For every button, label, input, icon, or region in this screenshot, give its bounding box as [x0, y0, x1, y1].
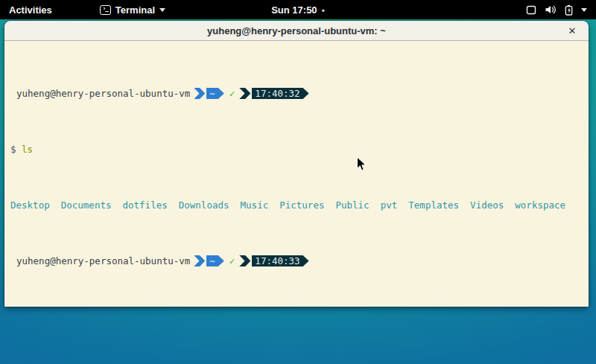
- prompt-time: 17:40:33: [252, 255, 302, 266]
- window-titlebar[interactable]: yuheng@henry-personal-ubuntu-vm: ~ ✕: [4, 21, 589, 41]
- chevron-down-icon: [581, 8, 587, 12]
- top-bar-left: Activities ›_ Terminal: [0, 0, 173, 19]
- prompt-symbol: $: [10, 144, 16, 155]
- clock-button[interactable]: Sun 17:50: [271, 4, 317, 16]
- powerline-arrow-icon: [194, 255, 205, 266]
- powerline-prompt: ~ ✓ 17:40:32: [194, 88, 308, 99]
- app-menu-terminal[interactable]: ›_ Terminal: [92, 0, 173, 19]
- app-menu-label: Terminal: [115, 4, 155, 16]
- powerline-tip-icon: [303, 255, 309, 266]
- battery-charging-icon: [565, 4, 573, 16]
- volume-icon: [545, 4, 557, 15]
- command-line: $ ls: [10, 144, 589, 155]
- window-title: yuheng@henry-personal-ubuntu-vm: ~: [207, 25, 386, 36]
- powerline-tip-icon: [218, 88, 224, 99]
- powerline-arrow-icon: [194, 88, 205, 99]
- activities-label: Activities: [9, 4, 52, 16]
- powerline-prompt: ~ ✓ 17:40:33: [194, 255, 308, 266]
- status-check-icon: ✓: [229, 88, 235, 99]
- powerline-tip-icon: [218, 255, 224, 266]
- prompt-cwd: ~: [206, 255, 218, 266]
- screen-icon: [526, 5, 536, 15]
- powerline-arrow-icon: [239, 88, 250, 99]
- prompt-cwd: ~: [206, 88, 218, 99]
- powerline-arrow-icon: [239, 255, 250, 266]
- terminal-window: yuheng@henry-personal-ubuntu-vm: ~ ✕ yuh…: [4, 21, 589, 307]
- activities-button[interactable]: Activities: [0, 0, 61, 19]
- chevron-down-icon: [159, 8, 165, 12]
- command-text: ls: [22, 144, 33, 155]
- system-status-menu[interactable]: [517, 0, 596, 19]
- status-check-icon: ✓: [229, 255, 235, 266]
- prompt-time: 17:40:32: [252, 88, 302, 99]
- top-bar: Activities ›_ Terminal Sun 17:50 ●: [0, 0, 596, 19]
- prompt-user-host: yuheng@henry-personal-ubuntu-vm: [16, 255, 190, 266]
- ls-output: Desktop Documents dotfiles Downloads Mus…: [10, 199, 589, 211]
- terminal-icon: ›_: [100, 5, 111, 15]
- prompt-user-host: yuheng@henry-personal-ubuntu-vm: [16, 88, 190, 99]
- prompt-line: yuheng@henry-personal-ubuntu-vm ~ ✓ 17:4…: [10, 255, 589, 266]
- notification-dot-icon: ●: [322, 7, 325, 13]
- prompt-line: yuheng@henry-personal-ubuntu-vm ~ ✓ 17:4…: [10, 88, 589, 99]
- terminal-content[interactable]: yuheng@henry-personal-ubuntu-vm ~ ✓ 17:4…: [4, 41, 589, 307]
- close-button[interactable]: ✕: [565, 23, 580, 38]
- powerline-tip-icon: [303, 88, 309, 99]
